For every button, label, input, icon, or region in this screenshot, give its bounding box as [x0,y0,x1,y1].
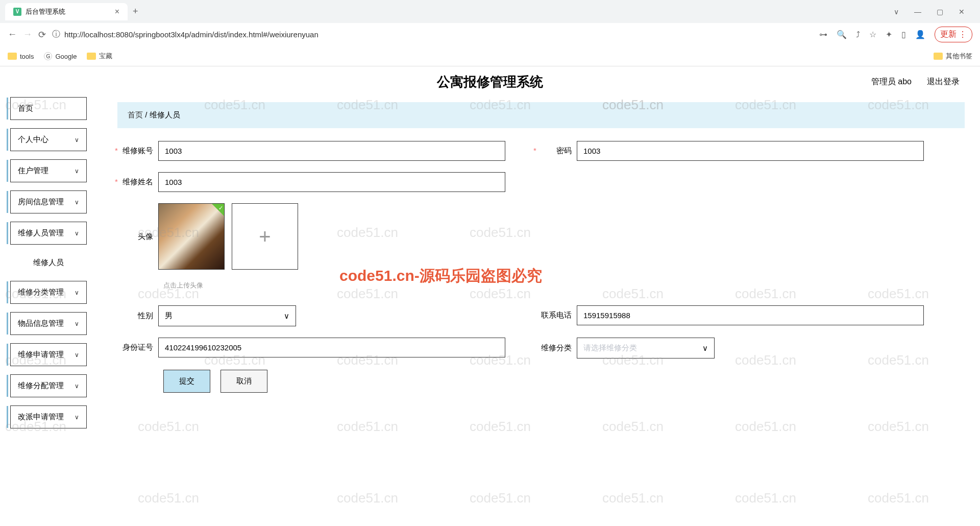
chevron-down-icon: ∨ [284,312,289,321]
google-icon: G [44,52,52,60]
maximize-icon[interactable]: ▢ [937,8,943,16]
sidebar-item-repair-assign[interactable]: 维修分配管理∨ [10,374,87,397]
chevron-down-icon: ∨ [75,382,79,390]
browser-chrome: V 后台管理系统 × + ∨ — ▢ ✕ ← → ⟳ ⓘ http://loca… [0,0,980,66]
url-field[interactable]: ⓘ http://localhost:8080/springboot3lx4p/… [52,29,813,40]
sidebar-subitem-repair-staff[interactable]: 维修人员 [10,253,87,273]
star-icon[interactable]: ☆ [869,30,876,39]
profile-icon[interactable]: 👤 [915,30,925,39]
info-icon: ⓘ [52,29,60,40]
tab-title: 后台管理系统 [26,7,111,16]
breadcrumb: 首页 / 维修人员 [117,102,965,128]
window-dropdown-icon[interactable]: ∨ [894,8,899,16]
chevron-down-icon: ∨ [702,344,708,353]
minimize-icon[interactable]: — [914,8,921,16]
input-phone[interactable] [577,305,924,325]
submit-button[interactable]: 提交 [163,370,210,393]
bookmark-other[interactable]: 其他书签 [934,52,972,61]
close-tab-icon[interactable]: × [115,7,119,16]
label-phone: 联系电话 [536,310,577,320]
search-icon[interactable]: 🔍 [837,30,847,39]
plus-icon: + [259,225,271,248]
chevron-down-icon: ∨ [75,320,79,327]
folder-icon [934,53,943,60]
chevron-down-icon: ∨ [75,136,79,144]
folder-icon [87,53,96,60]
sidebar-item-home[interactable]: 首页 [10,97,87,120]
label-password: 密码 [536,146,577,156]
select-gender[interactable]: 男∨ [158,305,296,326]
input-repair-account[interactable] [158,141,505,161]
logout-button[interactable]: 退出登录 [927,77,960,87]
cancel-button[interactable]: 取消 [220,370,267,393]
vue-favicon: V [13,8,21,16]
key-icon[interactable]: ⊶ [819,30,827,39]
extension-icon[interactable]: ✦ [886,30,892,39]
window-controls: ∨ — ▢ ✕ [894,8,975,16]
app-title: 公寓报修管理系统 [437,73,543,91]
avatar-thumbnail[interactable] [158,203,225,270]
app-header: 公寓报修管理系统 管理员 abo 退出登录 [0,66,980,97]
bookmark-tools[interactable]: tools [8,53,34,60]
url-text: http://localhost:8080/springboot3lx4p/ad… [64,30,318,39]
label-repair-account: 维修账号 [117,146,158,156]
close-window-icon[interactable]: ✕ [959,8,965,16]
sidebar: 首页 个人中心∨ 住户管理∨ 房间信息管理∨ 维修人员管理∨ 维修人员 维修分类… [0,66,97,526]
app-body: 首页 个人中心∨ 住户管理∨ 房间信息管理∨ 维修人员管理∨ 维修人员 维修分类… [0,66,980,526]
input-id-number[interactable] [158,338,505,357]
user-label[interactable]: 管理员 abo [871,77,912,87]
breadcrumb-home[interactable]: 首页 [128,110,143,119]
back-button[interactable]: ← [8,29,17,40]
avatar-hint: 点击上传头像 [163,281,965,290]
bookmark-bar: tools GGoogle 宝藏 其他书签 [0,46,980,66]
breadcrumb-current: 维修人员 [150,110,180,119]
chevron-down-icon: ∨ [75,289,79,296]
sidebar-item-repair-staff[interactable]: 维修人员管理∨ [10,222,87,245]
update-button[interactable]: 更新 ⋮ [935,27,972,42]
label-avatar: 头像 [117,232,158,242]
sidebar-item-profile[interactable]: 个人中心∨ [10,128,87,151]
label-repair-category: 维修分类 [536,343,577,353]
sidebar-item-room[interactable]: 房间信息管理∨ [10,190,87,213]
chevron-down-icon: ∨ [75,414,79,421]
label-gender: 性别 [117,311,158,321]
sidebar-item-resident[interactable]: 住户管理∨ [10,159,87,182]
forward-button[interactable]: → [23,29,32,40]
sidebar-item-goods[interactable]: 物品信息管理∨ [10,312,87,335]
sidebar-item-repair-category[interactable]: 维修分类管理∨ [10,281,87,304]
chevron-down-icon: ∨ [75,230,79,237]
chevron-down-icon: ∨ [75,351,79,358]
address-bar: ← → ⟳ ⓘ http://localhost:8080/springboot… [0,23,980,46]
browser-tab[interactable]: V 后台管理系统 × [5,3,128,20]
share-icon[interactable]: ⤴ [856,30,860,39]
sidebar-item-repair-request[interactable]: 维修申请管理∨ [10,343,87,366]
content-area: 首页 / 维修人员 维修账号 密码 维修姓名 头像 [97,66,980,526]
select-repair-category[interactable]: 请选择维修分类∨ [577,338,715,358]
bookmark-google[interactable]: GGoogle [44,52,77,60]
input-password[interactable] [577,141,924,161]
sidebar-item-reassign[interactable]: 改派申请管理∨ [10,405,87,428]
reload-button[interactable]: ⟳ [38,29,46,40]
check-icon [212,204,224,216]
tab-bar: V 后台管理系统 × + ∨ — ▢ ✕ [0,0,980,23]
folder-icon [8,53,17,60]
label-repair-name: 维修姓名 [117,177,158,187]
chevron-down-icon: ∨ [75,199,79,206]
watermark-text: code51.cn-源码乐园盗图必究 [339,266,542,286]
label-id-number: 身份证号 [117,343,158,352]
bookmark-baozang[interactable]: 宝藏 [87,52,112,61]
new-tab-button[interactable]: + [133,6,138,17]
avatar-upload-button[interactable]: + [232,203,298,270]
input-repair-name[interactable] [158,172,505,192]
chevron-down-icon: ∨ [75,168,79,175]
panel-icon[interactable]: ▯ [901,30,906,39]
